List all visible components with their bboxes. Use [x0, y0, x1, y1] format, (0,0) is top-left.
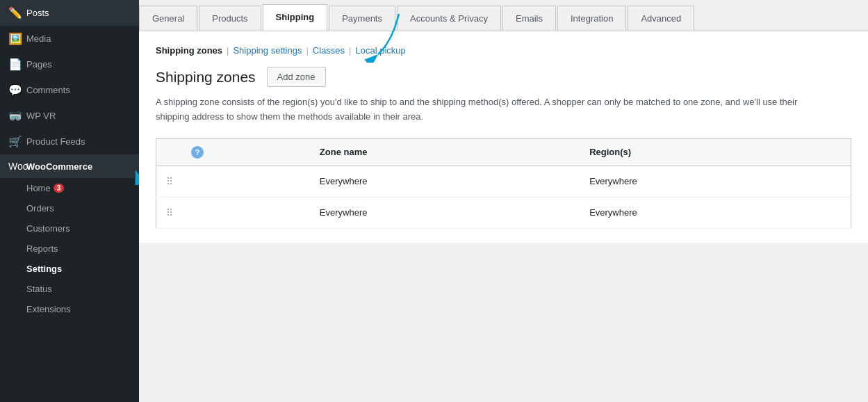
- sidebar-item-media[interactable]: 🖼️ Media: [0, 26, 139, 51]
- reports-label: Reports: [26, 243, 58, 254]
- col-drag: [156, 138, 182, 166]
- row-spacer: [181, 166, 310, 197]
- tab-advanced[interactable]: Advanced: [628, 6, 694, 31]
- sidebar-sub-item-status[interactable]: Status: [0, 279, 139, 299]
- sidebar-item-label: Posts: [26, 8, 49, 18]
- add-zone-button[interactable]: Add zone: [267, 67, 326, 87]
- product-feeds-icon: 🛒: [8, 135, 21, 148]
- wp-vr-icon: 🥽: [8, 109, 21, 122]
- content-area: Shipping zones | Shipping settings | Cla…: [139, 31, 868, 243]
- drag-handle-cell: ⠿: [156, 166, 182, 197]
- sidebar-item-comments[interactable]: 💬 Comments: [0, 77, 139, 103]
- comments-icon: 💬: [8, 83, 21, 97]
- sub-nav-shipping-settings[interactable]: Shipping settings: [233, 45, 302, 56]
- sidebar-item-woocommerce[interactable]: Woo WooCommerce: [0, 154, 139, 178]
- table-row[interactable]: ⠿ Everywhere Everywhere: [156, 166, 851, 197]
- woocommerce-label: WooCommerce: [26, 161, 92, 172]
- sidebar-item-label: Pages: [26, 59, 52, 70]
- row-spacer: [181, 197, 310, 228]
- sidebar-item-product-feeds[interactable]: 🛒 Product Feeds: [0, 129, 139, 154]
- drag-handle-icon[interactable]: ⠿: [166, 207, 172, 218]
- sidebar-sub-item-reports[interactable]: Reports: [0, 239, 139, 259]
- drag-handle-cell: ⠿: [156, 197, 182, 228]
- sidebar-item-posts[interactable]: ✏️ Posts: [0, 0, 139, 26]
- sub-nav-shipping-zones[interactable]: Shipping zones: [156, 45, 222, 56]
- col-zone-name: Zone name: [310, 138, 580, 166]
- tab-payments[interactable]: Payments: [329, 6, 395, 31]
- tab-accounts-privacy[interactable]: Accounts & Privacy: [397, 6, 501, 31]
- posts-icon: ✏️: [8, 6, 21, 19]
- sidebar-sub-item-extensions[interactable]: Extensions: [0, 299, 139, 319]
- regions-cell: Everywhere: [580, 197, 851, 228]
- woocommerce-icon: Woo: [8, 161, 21, 172]
- sub-nav-classes[interactable]: Classes: [313, 45, 345, 56]
- tab-shipping[interactable]: Shipping: [263, 4, 328, 31]
- sidebar-item-wp-vr[interactable]: 🥽 WP VR: [0, 103, 139, 129]
- pages-icon: 📄: [8, 58, 21, 71]
- regions-cell: Everywhere: [580, 166, 851, 197]
- blue-arrow-sidebar: [132, 157, 139, 185]
- tab-products[interactable]: Products: [199, 6, 261, 31]
- sidebar-item-label: WP VR: [26, 111, 56, 121]
- sub-nav-local-pickup[interactable]: Local pickup: [356, 45, 406, 56]
- home-label: Home: [26, 183, 51, 193]
- zone-name-cell: Everywhere: [310, 166, 580, 197]
- status-label: Status: [26, 284, 52, 294]
- page-title: Shipping zones: [156, 69, 256, 86]
- home-badge: 3: [54, 184, 65, 193]
- sidebar-item-label: Media: [26, 33, 51, 44]
- main-content: General Products Shipping Payments Accou…: [139, 0, 868, 402]
- sidebar-sub-item-settings[interactable]: Settings: [0, 259, 139, 279]
- zone-name-cell: Everywhere: [310, 197, 580, 228]
- table-row[interactable]: ⠿ Everywhere Everywhere: [156, 197, 851, 228]
- sidebar-sub-item-orders[interactable]: Orders: [0, 198, 139, 218]
- tab-emails[interactable]: Emails: [502, 6, 556, 31]
- sidebar: ✏️ Posts 🖼️ Media 📄 Pages 💬 Comments 🥽 W…: [0, 0, 139, 402]
- heading-row: Shipping zones Add zone: [156, 67, 851, 87]
- tab-integration[interactable]: Integration: [557, 6, 626, 31]
- sidebar-sub-item-customers[interactable]: Customers: [0, 218, 139, 239]
- sub-nav-container: Shipping zones | Shipping settings | Cla…: [156, 45, 851, 56]
- col-regions: Region(s): [580, 138, 851, 166]
- extensions-label: Extensions: [26, 304, 71, 314]
- drag-handle-icon[interactable]: ⠿: [166, 176, 172, 187]
- sidebar-item-pages[interactable]: 📄 Pages: [0, 51, 139, 77]
- media-icon: 🖼️: [8, 32, 21, 45]
- tab-general[interactable]: General: [139, 6, 197, 31]
- settings-label: Settings: [26, 264, 62, 274]
- sidebar-sub-item-home[interactable]: Home 3: [0, 178, 139, 198]
- sidebar-item-label: Comments: [26, 85, 70, 95]
- orders-label: Orders: [26, 203, 54, 214]
- sidebar-item-label: Product Feeds: [26, 136, 85, 147]
- page-description: A shipping zone consists of the region(s…: [156, 95, 823, 124]
- help-icon[interactable]: ?: [191, 146, 204, 159]
- col-help: ?: [181, 138, 310, 166]
- sub-nav: Shipping zones | Shipping settings | Cla…: [156, 45, 851, 56]
- settings-tabs: General Products Shipping Payments Accou…: [139, 0, 868, 31]
- shipping-zones-table: ? Zone name Region(s) ⠿ Everywhere Every…: [156, 138, 851, 229]
- customers-label: Customers: [26, 223, 70, 234]
